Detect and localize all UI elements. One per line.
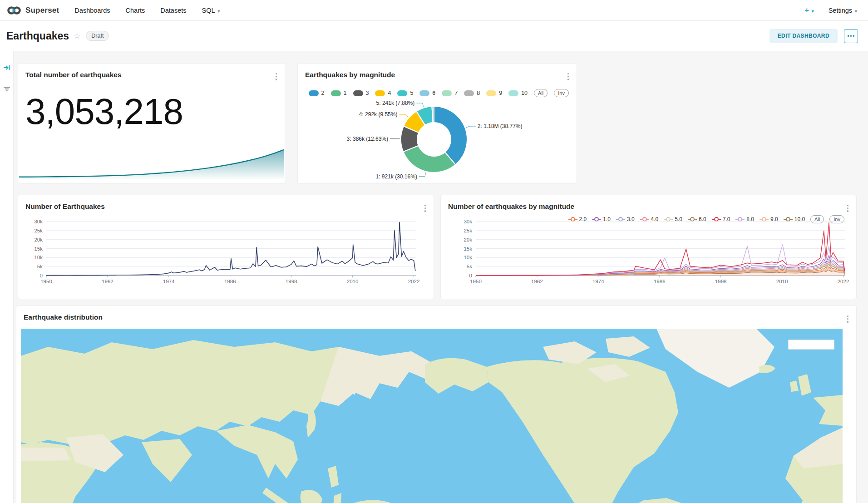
- x-tick-label: 1962: [102, 279, 113, 284]
- legend-item-magnitude-6[interactable]: 6: [419, 90, 435, 96]
- y-tick-label: 5k: [37, 264, 43, 269]
- status-badge: Draft: [86, 31, 109, 41]
- chart-menu-button[interactable]: [566, 72, 570, 82]
- superset-dashboard: Superset Dashboards Charts Datasets SQL▼…: [0, 0, 868, 503]
- legend-item-magnitude-7[interactable]: 7: [442, 90, 458, 96]
- big-number-value: 3,053,218: [25, 91, 183, 133]
- legend-item-magnitude-2[interactable]: 2: [309, 90, 325, 96]
- chart-title: Earthquakes by magnitude: [305, 71, 395, 79]
- chart-card-earthquakes-by-magnitude-lines: Number of earthquakes by magnitude 2.01.…: [441, 195, 856, 299]
- y-tick-label: 20k: [464, 237, 472, 242]
- new-item-menu[interactable]: +▼: [804, 6, 814, 15]
- x-tick-label: 1974: [592, 279, 604, 284]
- x-tick-label: 1962: [531, 279, 543, 284]
- x-tick-label: 1998: [286, 279, 297, 284]
- legend-label: 1: [344, 90, 347, 96]
- legend-item-magnitude-9[interactable]: 9: [486, 90, 502, 96]
- multi-line-chart[interactable]: 05k10k15k20k25k30k1950196219741986199820…: [441, 195, 856, 299]
- donut-slice-label: 5: 241k (7.88%): [376, 100, 415, 106]
- donut-label-line: [419, 173, 426, 177]
- chart-card-total-earthquakes: Total number of earthquakes 3,053,218: [18, 64, 285, 183]
- x-tick-label: 2022: [838, 279, 849, 284]
- y-tick-label: 15k: [464, 246, 472, 252]
- x-tick-label: 2010: [776, 279, 788, 284]
- x-tick-label: 2022: [408, 279, 420, 284]
- chart-menu-button[interactable]: [846, 314, 850, 324]
- x-tick-label: 1986: [654, 279, 666, 284]
- map-legend: [788, 340, 834, 350]
- filter-icon: [3, 85, 10, 94]
- favorite-star-icon[interactable]: ☆: [74, 31, 80, 41]
- filter-bar-collapsed: [0, 51, 14, 503]
- donut-label-line: [466, 126, 475, 128]
- legend-inv-button[interactable]: Inv: [554, 89, 569, 97]
- x-tick-label: 1950: [40, 279, 52, 284]
- x-tick-label: 1998: [715, 279, 727, 284]
- chart-card-earthquakes-by-magnitude: Earthquakes by magnitude 21345678910AllI…: [298, 64, 577, 183]
- donut-chart[interactable]: 2: 1.18M (38.77%)1: 921k (30.16%)3: 386k…: [298, 99, 577, 183]
- donut-legend: 21345678910AllInv: [305, 89, 569, 97]
- x-tick-label: 1950: [470, 279, 482, 284]
- big-number-trendline: [19, 148, 284, 180]
- legend-item-magnitude-4[interactable]: 4: [375, 90, 391, 96]
- x-tick-label: 2010: [347, 279, 359, 284]
- dashboard-header: Earthquakes ☆ Draft EDIT DASHBOARD: [0, 21, 868, 51]
- nav-sql[interactable]: SQL▼: [202, 7, 221, 14]
- y-tick-label: 0: [40, 273, 43, 278]
- legend-label: 2: [321, 90, 325, 96]
- legend-label: 10: [521, 90, 528, 96]
- legend-swatch: [309, 90, 319, 96]
- more-options-button[interactable]: [844, 29, 858, 43]
- legend-label: 6: [432, 90, 435, 96]
- legend-item-magnitude-3[interactable]: 3: [353, 90, 369, 96]
- top-navbar: Superset Dashboards Charts Datasets SQL▼…: [0, 0, 868, 21]
- legend-item-magnitude-5[interactable]: 5: [397, 90, 413, 96]
- legend-item-magnitude-8[interactable]: 8: [464, 90, 480, 96]
- nav-dashboards[interactable]: Dashboards: [74, 7, 110, 14]
- donut-slice-label: 2: 1.18M (38.77%): [478, 123, 523, 129]
- y-tick-label: 30k: [464, 219, 472, 224]
- legend-swatch: [397, 90, 407, 96]
- legend-item-magnitude-10[interactable]: 10: [508, 90, 528, 96]
- legend-swatch: [353, 90, 363, 96]
- donut-slice-label: 1: 921k (30.16%): [375, 173, 417, 180]
- legend-label: 4: [388, 90, 391, 96]
- chevron-down-icon: ▼: [854, 9, 858, 14]
- legend-swatch: [508, 90, 518, 96]
- legend-swatch: [486, 90, 496, 96]
- y-tick-label: 0: [469, 273, 472, 278]
- y-tick-label: 25k: [34, 228, 43, 233]
- nav-charts[interactable]: Charts: [126, 7, 145, 14]
- donut-slice-label: 4: 292k (9.55%): [359, 111, 398, 118]
- settings-menu[interactable]: Settings▼: [829, 7, 858, 14]
- donut-label-line: [399, 114, 408, 117]
- sparkline-area: [19, 150, 284, 179]
- legend-label: 7: [454, 90, 458, 96]
- chart-title: Earthquake distribution: [24, 313, 103, 321]
- brand-name: Superset: [25, 6, 59, 15]
- chart-menu-button[interactable]: [274, 72, 278, 82]
- y-tick-label: 10k: [34, 255, 43, 260]
- x-tick-label: 1986: [224, 279, 236, 284]
- y-tick-label: 20k: [34, 237, 43, 242]
- chart-title: Total number of earthquakes: [25, 71, 122, 79]
- line-chart[interactable]: 05k10k15k20k25k30k1950196219741986199820…: [18, 195, 434, 299]
- y-tick-label: 10k: [464, 255, 472, 260]
- legend-all-button[interactable]: All: [534, 89, 547, 97]
- y-tick-label: 5k: [467, 264, 472, 269]
- edit-dashboard-button[interactable]: EDIT DASHBOARD: [769, 29, 838, 43]
- world-map[interactable]: [21, 329, 843, 503]
- legend-item-magnitude-1[interactable]: 1: [331, 90, 347, 96]
- chart-card-earthquake-distribution: Earthquake distribution: [16, 306, 856, 503]
- legend-swatch: [375, 90, 385, 96]
- chart-card-number-of-earthquakes: Number of Earthquakes 05k10k15k20k25k30k…: [18, 195, 434, 299]
- infinity-logo-icon: [6, 5, 22, 15]
- superset-logo[interactable]: Superset: [6, 5, 59, 15]
- nav-datasets[interactable]: Datasets: [160, 7, 186, 14]
- legend-swatch: [442, 90, 452, 96]
- donut-label-line: [416, 103, 424, 107]
- expand-filters-icon[interactable]: [3, 64, 10, 73]
- x-tick-label: 1974: [163, 279, 175, 284]
- chevron-down-icon: ▼: [811, 9, 815, 14]
- page-title: Earthquakes: [6, 30, 69, 42]
